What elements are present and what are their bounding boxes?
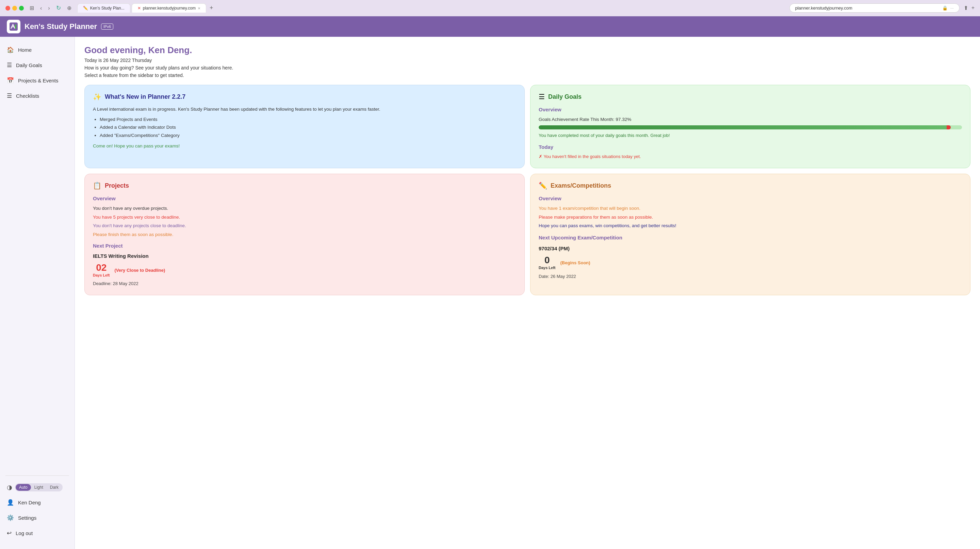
sidebar-item-daily-goals-label: Daily Goals xyxy=(16,62,42,68)
browser-nav-controls: ⊞ ‹ › ↻ ⊕ xyxy=(28,4,73,12)
url-bar[interactable]: planner.kenstudyjourney.com 🔒 ··· xyxy=(789,3,959,13)
days-label: Days Left xyxy=(93,273,110,279)
theme-auto-option[interactable]: Auto xyxy=(16,484,31,491)
tab-2-close-icon[interactable]: ✕ xyxy=(198,6,200,10)
project-name: IELTS Writing Revision xyxy=(93,252,516,260)
sidebar-item-home[interactable]: 🏠 Home xyxy=(0,42,75,57)
finish-soon-text: Please finish them as soon as possible. xyxy=(93,231,516,238)
whats-new-bullets: Merged Projects and Events Added a Calen… xyxy=(100,116,516,139)
very-close-text: You have 5 projects very close to deadli… xyxy=(93,214,516,221)
main-content: Good evening, Ken Deng. Today is 26 May … xyxy=(75,37,980,549)
goals-rate-text: Goals Achievement Rate This Month: 97.32… xyxy=(539,116,962,123)
daily-goals-title: Daily Goals xyxy=(548,93,582,101)
tab-1-label: Ken's Study Plan... xyxy=(90,6,124,11)
sidebar-item-logout-label: Log out xyxy=(16,530,33,536)
sidebar-bottom: ◑ Auto Light Dark 👤 Ken Deng ⚙️ Settings… xyxy=(0,471,75,544)
share-action-icon[interactable]: ⬆ xyxy=(964,5,968,11)
daily-goals-card: ☰ Daily Goals Overview Goals Achievement… xyxy=(530,85,970,168)
exams-icon: ✏️ xyxy=(539,182,547,190)
projects-title: Projects xyxy=(105,182,129,189)
whats-new-card-header: ✨ What's New in Planner 2.2.7 xyxy=(93,93,516,101)
exams-card: ✏️ Exams/Competitions Overview You have … xyxy=(530,174,970,295)
magic-icon: ✨ xyxy=(93,93,102,101)
exam-name: 9702/34 (PM) xyxy=(539,244,962,253)
days-number: 02 xyxy=(96,263,107,273)
exam-danger: Please make preparations for them as soo… xyxy=(539,214,962,221)
sidebar: 🏠 Home ☰ Daily Goals 📅 Projects & Events… xyxy=(0,37,75,549)
whats-new-card: ✨ What's New in Planner 2.2.7 A Level in… xyxy=(84,85,525,168)
checklist-icon: ☰ xyxy=(7,92,12,99)
no-overdue-text: You don't have any overdue projects. xyxy=(93,205,516,212)
project-deadline-row: 02 Days Left (Very Close to Deadline) xyxy=(93,263,516,279)
projects-overview-label: Overview xyxy=(93,195,516,203)
sidebar-item-checklists-label: Checklists xyxy=(16,93,39,99)
goals-progress-marker xyxy=(947,125,951,129)
next-project-label: Next Project xyxy=(93,242,516,250)
sidebar-item-user-label: Ken Deng xyxy=(18,500,41,505)
sidebar-item-settings[interactable]: ⚙️ Settings xyxy=(0,510,75,525)
sidebar-item-logout[interactable]: ↩ Log out xyxy=(0,525,75,541)
very-close-badge: (Very Close to Deadline) xyxy=(115,267,165,274)
new-tab-button[interactable]: + xyxy=(208,5,215,11)
whats-new-title: What's New in Planner 2.2.7 xyxy=(105,93,185,101)
whats-new-body: A Level international exam is in progres… xyxy=(93,105,516,150)
main-layout: 🏠 Home ☰ Daily Goals 📅 Projects & Events… xyxy=(0,37,980,549)
browser-actions: ⬆ + xyxy=(964,5,975,11)
tab-2-label: planner.kenstudyjourney.com xyxy=(143,6,196,11)
bullet-1: Merged Projects and Events xyxy=(100,116,516,123)
sidebar-item-projects[interactable]: 📅 Projects & Events xyxy=(0,73,75,88)
forward-icon[interactable]: › xyxy=(46,5,51,12)
exam-date-text: Date: 26 May 2022 xyxy=(539,273,962,280)
goals-today-label: Today xyxy=(539,143,962,151)
bullet-2: Added a Calendar with Indicator Dots xyxy=(100,124,516,131)
sidebar-item-daily-goals[interactable]: ☰ Daily Goals xyxy=(0,57,75,73)
exams-body: Overview You have 1 exam/competition tha… xyxy=(539,195,962,280)
refresh-icon[interactable]: ↻ xyxy=(54,4,63,12)
date-line: Today is 26 May 2022 Thursday xyxy=(84,57,970,63)
share-icon[interactable]: ⊕ xyxy=(65,4,73,12)
list-icon: ☰ xyxy=(7,62,12,69)
theme-dark-option[interactable]: Dark xyxy=(47,484,62,491)
bullet-3: Added "Exams/Competitions" Category xyxy=(100,132,516,139)
tab-1[interactable]: ✏️ Ken's Study Plan... xyxy=(77,3,130,13)
ipv6-badge: IPv6 xyxy=(101,24,113,30)
goals-progress-bar xyxy=(539,125,962,129)
exams-card-header: ✏️ Exams/Competitions xyxy=(539,182,962,190)
app-header: Ken's Study Planner IPv6 xyxy=(0,16,980,37)
new-tab-action-icon[interactable]: + xyxy=(972,5,975,11)
gear-icon: ⚙️ xyxy=(7,514,14,522)
exam-days-block: 0 Days Left xyxy=(539,255,556,271)
app-logo xyxy=(7,20,21,34)
exam-days-label: Days Left xyxy=(539,265,556,271)
sidebar-item-user[interactable]: 👤 Ken Deng xyxy=(0,495,75,510)
exam-days-number: 0 xyxy=(544,255,550,265)
sidebar-toggle-icon[interactable]: ⊞ xyxy=(28,4,36,12)
traffic-lights xyxy=(5,6,24,11)
goals-list-icon: ☰ xyxy=(539,93,545,101)
back-icon[interactable]: ‹ xyxy=(38,5,43,12)
maximize-button[interactable] xyxy=(19,6,24,11)
exam-deadline-row: 0 Days Left (Begins Soon) xyxy=(539,255,962,271)
goals-overview-label: Overview xyxy=(539,105,962,114)
user-icon: 👤 xyxy=(7,499,14,506)
tab-2[interactable]: ✕ planner.kenstudyjourney.com ✕ xyxy=(132,3,206,13)
close-button[interactable] xyxy=(5,6,10,11)
minimize-button[interactable] xyxy=(12,6,17,11)
sidebar-item-checklists[interactable]: ☰ Checklists xyxy=(0,88,75,104)
browser-chrome: ⊞ ‹ › ↻ ⊕ ✏️ Ken's Study Plan... ✕ plann… xyxy=(0,0,980,16)
tab-bar: ✏️ Ken's Study Plan... ✕ planner.kenstud… xyxy=(77,3,785,13)
whats-new-text: A Level international exam is in progres… xyxy=(93,105,516,113)
none-close-text: You don't have any projects close to dea… xyxy=(93,222,516,230)
select-line: Select a feature from the sidebar to get… xyxy=(84,73,970,78)
theme-toggle: ◑ Auto Light Dark xyxy=(0,480,75,495)
whats-new-encourage: Come on! Hope you can pass your exams! xyxy=(93,142,516,150)
sidebar-divider xyxy=(5,476,69,476)
projects-card-header: 📋 Projects xyxy=(93,182,516,190)
svg-rect-1 xyxy=(15,24,16,29)
sidebar-nav: 🏠 Home ☰ Daily Goals 📅 Projects & Events… xyxy=(0,42,75,471)
theme-pill: Auto Light Dark xyxy=(15,483,63,492)
next-exam-label: Next Upcoming Exam/Competition xyxy=(539,234,962,242)
projects-body: Overview You don't have any overdue proj… xyxy=(93,195,516,287)
how-line: How is your day going? See your study pl… xyxy=(84,65,970,70)
theme-light-option[interactable]: Light xyxy=(31,484,47,491)
